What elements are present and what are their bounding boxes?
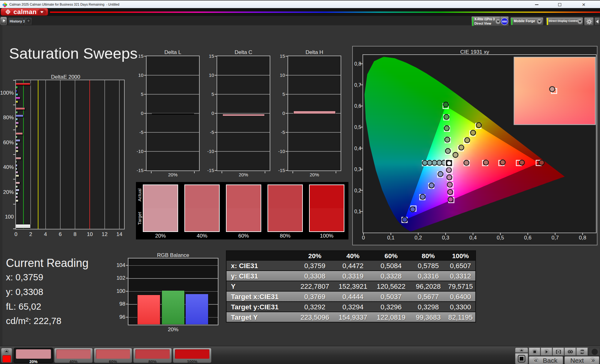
svg-text:0,1: 0,1	[387, 235, 395, 241]
svg-text:0,3: 0,3	[354, 167, 361, 172]
svg-text:0,8: 0,8	[579, 235, 586, 241]
svg-text:0,7: 0,7	[354, 82, 361, 88]
svg-text:0,8: 0,8	[354, 61, 361, 66]
svg-text:0,7: 0,7	[552, 235, 559, 241]
svg-text:0,2: 0,2	[354, 188, 361, 193]
svg-text:0,4: 0,4	[354, 146, 361, 151]
svg-text:0,4: 0,4	[469, 235, 477, 241]
svg-text:0: 0	[362, 235, 365, 241]
svg-text:0,1: 0,1	[354, 209, 361, 214]
svg-text:0,2: 0,2	[414, 235, 422, 241]
svg-text:0,3: 0,3	[442, 235, 449, 241]
svg-text:0,5: 0,5	[497, 235, 504, 241]
svg-text:0,5: 0,5	[354, 125, 361, 130]
svg-text:0,6: 0,6	[354, 103, 361, 109]
svg-text:0,6: 0,6	[524, 235, 532, 241]
